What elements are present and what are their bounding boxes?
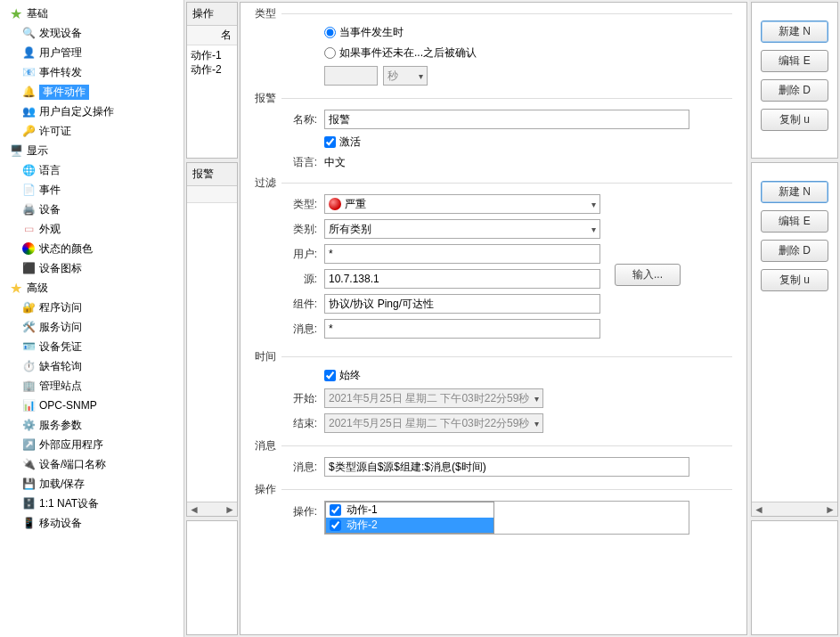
lang-value: 中文 [324, 155, 346, 170]
tree-item-appearance[interactable]: ▭ 外观 [0, 219, 183, 239]
category-select[interactable]: 所有类别 ▾ [324, 219, 600, 239]
tree-item-custom-op[interactable]: 👥 用户自定义操作 [0, 102, 183, 121]
alarm-section: 报警 名称: 激活 语言: 中文 [255, 91, 732, 170]
type-section: 类型 当事件发生时 如果事件还未在...之后被确认 秒 ▾ [255, 6, 732, 86]
end-value: 2021年5月25日 星期二 下午03时22分59秒 [329, 416, 529, 431]
tree-item-nat[interactable]: 🗄️ 1:1 NAT设备 [0, 494, 183, 513]
tree-group-basic[interactable]: ★ 基础 [0, 4, 183, 23]
activate-checkbox[interactable] [324, 136, 336, 148]
chevron-down-icon: ▾ [419, 71, 423, 81]
scrollbar[interactable]: ◄ ► [187, 502, 237, 516]
always-checkbox[interactable] [324, 370, 336, 381]
operations-list[interactable]: 动作-1 动作-2 [187, 45, 237, 158]
tree-label: 移动设备 [39, 516, 82, 531]
tree-group-display[interactable]: 🖥️ 显示 [0, 141, 183, 160]
params-icon: ⚙️ [21, 418, 36, 432]
tree-item-device[interactable]: 🖨️ 设备 [0, 200, 183, 219]
tree-label: 服务参数 [39, 418, 82, 433]
tree-label: 缺省轮询 [39, 359, 82, 374]
tree-item-mobile[interactable]: 📱 移动设备 [0, 513, 183, 533]
clock-icon: ⏱️ [21, 359, 36, 373]
palette-icon [21, 241, 36, 256]
action-checkbox[interactable] [330, 519, 341, 531]
credential-icon: 🪪 [21, 339, 36, 354]
component-input[interactable] [324, 294, 600, 314]
alarms-column[interactable] [187, 186, 237, 203]
type-select[interactable]: 严重 ▾ [324, 194, 600, 214]
tree-item-site[interactable]: 🏢 管理站点 [0, 376, 183, 396]
tree-item-event-action[interactable]: 🔔 事件动作 [0, 82, 183, 102]
start-datetime: 2021年5月25日 星期二 下午03时22分59秒 ▾ [324, 388, 543, 408]
list-item[interactable]: 动作-1 [191, 48, 233, 62]
tree-item-external-apps[interactable]: ↗️ 外部应用程序 [0, 435, 183, 454]
copy-button[interactable]: 复制 u [761, 109, 828, 131]
radio-input[interactable] [324, 47, 336, 59]
tree-item-load-save[interactable]: 💾 加载/保存 [0, 474, 183, 494]
radio-when-event[interactable]: 当事件发生时 [324, 25, 404, 40]
action-section-title: 操作 [255, 482, 732, 497]
tree-label: 加载/保存 [39, 477, 85, 492]
name-input[interactable] [324, 110, 689, 129]
alarms-list[interactable] [187, 203, 237, 502]
chevron-down-icon: ▾ [534, 419, 539, 429]
cat-label: 类别: [273, 222, 317, 237]
bottom-panel [186, 520, 238, 635]
tree-label: OPC-SNMP [39, 399, 97, 412]
tree-item-port-names[interactable]: 🔌 设备/端口名称 [0, 454, 183, 474]
edit-button[interactable]: 编辑 E [761, 210, 828, 233]
action-item-label: 动作-2 [347, 518, 378, 533]
input-button[interactable]: 输入... [615, 264, 681, 286]
tree-item-program-access[interactable]: 🔐 程序访问 [0, 298, 183, 317]
tree-label: 显示 [27, 143, 48, 159]
tree-item-discover[interactable]: 🔍 发现设备 [0, 23, 183, 43]
tree-item-opc-snmp[interactable]: 📊 OPC-SNMP [0, 396, 183, 415]
radio-label: 当事件发生时 [339, 25, 404, 40]
tree-group-advanced[interactable]: ★ 高级 [0, 278, 183, 298]
filter-section-title: 过滤 [255, 176, 732, 191]
radio-label: 如果事件还未在...之后被确认 [339, 45, 477, 61]
tree-item-service-params[interactable]: ⚙️ 服务参数 [0, 415, 183, 435]
action-checkbox[interactable] [330, 504, 341, 516]
tree-item-users[interactable]: 👤 用户管理 [0, 43, 183, 62]
tree-item-license[interactable]: 🔑 许可证 [0, 121, 183, 141]
activate-check[interactable]: 激活 [324, 135, 361, 150]
tree-item-status-colors[interactable]: 状态的颜色 [0, 239, 183, 258]
scrollbar[interactable]: ◄ ► [752, 502, 837, 516]
always-check[interactable]: 始终 [324, 368, 361, 383]
delete-button[interactable]: 删除 D [761, 79, 828, 102]
operations-title: 操作 [187, 3, 237, 26]
message-input[interactable] [324, 457, 689, 477]
user-input[interactable] [324, 244, 600, 264]
radio-input[interactable] [324, 27, 336, 38]
source-input[interactable] [324, 269, 600, 289]
tree-item-event-forward[interactable]: 📧 事件转发 [0, 62, 183, 82]
delete-button[interactable]: 删除 D [761, 240, 828, 262]
user-label: 用户: [273, 247, 317, 262]
edit-button[interactable]: 编辑 E [761, 50, 828, 72]
action-row[interactable]: 动作-1 [326, 502, 493, 518]
copy-button[interactable]: 复制 u [761, 269, 828, 291]
tree-item-language[interactable]: 🌐 语言 [0, 160, 183, 180]
operations-column[interactable]: 名 [187, 26, 237, 45]
scroll-left-icon[interactable]: ◄ [187, 503, 201, 516]
tree-item-default-poll[interactable]: ⏱️ 缺省轮询 [0, 356, 183, 376]
floppy-icon: 💾 [21, 477, 36, 491]
scroll-right-icon[interactable]: ► [223, 503, 237, 516]
action-row[interactable]: 动作-2 [326, 518, 493, 533]
list-item[interactable]: 动作-2 [191, 62, 233, 77]
radio-not-confirmed[interactable]: 如果事件还未在...之后被确认 [324, 45, 477, 61]
service-icon: 🛠️ [21, 320, 36, 334]
tree-item-event[interactable]: 📄 事件 [0, 180, 183, 200]
scroll-left-icon[interactable]: ◄ [752, 503, 766, 516]
new-button[interactable]: 新建 N [761, 181, 828, 203]
site-icon: 🏢 [21, 379, 36, 393]
tree-label: 设备图标 [39, 261, 82, 276]
message-filter-input[interactable] [324, 319, 600, 339]
scroll-right-icon[interactable]: ► [823, 503, 837, 516]
new-button[interactable]: 新建 N [761, 20, 828, 43]
tree-item-service-access[interactable]: 🛠️ 服务访问 [0, 317, 183, 337]
tree-item-device-icons[interactable]: ⬛ 设备图标 [0, 258, 183, 278]
tree-label: 高级 [27, 281, 48, 296]
action-list[interactable]: 动作-1 动作-2 [324, 501, 689, 535]
tree-item-credentials[interactable]: 🪪 设备凭证 [0, 337, 183, 356]
